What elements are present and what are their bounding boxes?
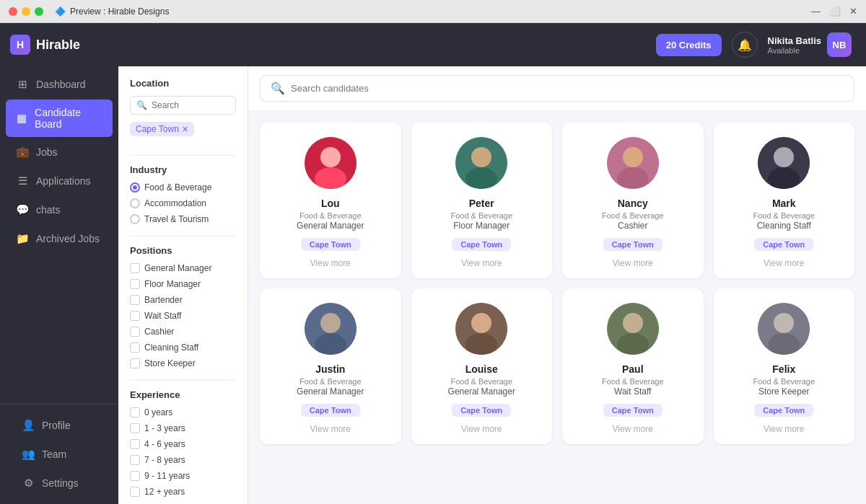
view-more-peter[interactable]: View more: [461, 258, 502, 268]
sidebar-item-profile[interactable]: 👤 Profile: [12, 412, 107, 439]
candidate-card-louise[interactable]: Louise Food & Beverage General Manager C…: [411, 288, 553, 444]
checkbox-1-3-years[interactable]: [130, 423, 140, 433]
industry-option-1[interactable]: Accommodation: [130, 198, 236, 208]
candidate-card-lou[interactable]: Lou Food & Beverage General Manager Cape…: [260, 123, 401, 278]
position-floor-manager[interactable]: Floor Manager: [130, 279, 236, 289]
sidebar-item-dashboard[interactable]: ⊞ Dashboard: [6, 71, 113, 98]
exp-12-plus-years[interactable]: 12 + years: [130, 487, 236, 497]
position-cleaning-staff[interactable]: Cleaning Staff: [130, 342, 236, 353]
candidate-name-mark: Mark: [772, 198, 796, 209]
candidate-card-felix[interactable]: Felix Food & Beverage Store Keeper Cape …: [714, 288, 855, 444]
candidate-industry-justin: Food & Beverage: [299, 377, 362, 386]
view-more-justin[interactable]: View more: [310, 424, 351, 434]
exp-7-8-years[interactable]: 7 - 8 years: [130, 455, 236, 465]
candidate-card-nancy[interactable]: Nancy Food & Beverage Cashier Cape Town …: [562, 123, 704, 278]
notifications-button[interactable]: 🔔: [732, 32, 758, 58]
close-icon[interactable]: ✕: [849, 6, 857, 17]
exp-4-6-years[interactable]: 4 - 6 years: [130, 439, 236, 449]
view-more-felix[interactable]: View more: [764, 424, 804, 434]
sidebar-item-applications[interactable]: ☰ Applications: [6, 167, 113, 195]
minimize-icon[interactable]: —: [811, 6, 821, 17]
view-more-louise[interactable]: View more: [461, 424, 502, 434]
window-action-controls[interactable]: — ⬜ ✕: [811, 6, 857, 17]
svg-point-10: [774, 147, 794, 167]
profile-icon: 👤: [22, 419, 35, 432]
checkbox-general-manager[interactable]: [130, 263, 140, 273]
maximize-button[interactable]: [35, 7, 43, 16]
radio-food-beverage[interactable]: [130, 182, 140, 193]
main-content: Location 🔍 Cape Town ✕ Industry Food & B…: [118, 66, 866, 504]
exp-label-4: 9 - 11 years: [144, 471, 190, 481]
radio-accommodation[interactable]: [130, 198, 140, 208]
view-more-lou[interactable]: View more: [310, 258, 351, 268]
position-store-keeper[interactable]: Store Keeper: [130, 358, 236, 368]
search-input[interactable]: [291, 83, 844, 94]
candidate-card-peter[interactable]: Peter Food & Beverage Floor Manager Cape…: [411, 123, 553, 278]
search-icon: 🔍: [271, 81, 285, 95]
team-icon: 👥: [22, 448, 35, 461]
location-search[interactable]: 🔍: [130, 96, 236, 115]
exp-9-11-years[interactable]: 9 - 11 years: [130, 471, 236, 481]
sidebar-item-archived-jobs[interactable]: 📁 Archived Jobs: [6, 225, 113, 252]
exp-0-years[interactable]: 0 years: [130, 407, 236, 417]
checkbox-0-years[interactable]: [130, 407, 140, 417]
position-general-manager[interactable]: General Manager: [130, 263, 236, 273]
position-bartender[interactable]: Bartender: [130, 295, 236, 305]
position-label-2: Bartender: [144, 295, 183, 305]
user-avatar[interactable]: NB: [827, 32, 852, 57]
industry-option-2[interactable]: Travel & Tourism: [130, 214, 236, 224]
checkbox-wait-staff[interactable]: [130, 311, 140, 321]
sidebar-item-team[interactable]: 👥 Team: [12, 441, 107, 468]
exp-label-5: 12 + years: [144, 487, 185, 497]
close-button[interactable]: [9, 7, 17, 16]
checkbox-12-plus[interactable]: [130, 487, 140, 497]
active-location-filter[interactable]: Cape Town ✕: [130, 122, 194, 136]
exp-1-3-years[interactable]: 1 - 3 years: [130, 423, 236, 433]
checkbox-store-keeper[interactable]: [130, 358, 140, 368]
sidebar-item-candidate-board[interactable]: ▦ Candidate Board: [6, 100, 113, 137]
sidebar-label-chats: chats: [36, 204, 60, 216]
credits-button[interactable]: 20 Credits: [656, 34, 722, 56]
checkbox-7-8-years[interactable]: [130, 455, 140, 465]
candidate-card-mark[interactable]: Mark Food & Beverage Cleaning Staff Cape…: [714, 123, 855, 278]
checkbox-floor-manager[interactable]: [130, 279, 140, 289]
sidebar-label-archived-jobs: Archived Jobs: [36, 233, 100, 244]
checkbox-cleaning-staff[interactable]: [130, 342, 140, 353]
candidate-industry-lou: Food & Beverage: [299, 211, 362, 220]
industry-label-2: Travel & Tourism: [144, 214, 209, 224]
jobs-icon: 💼: [16, 146, 29, 159]
candidate-location-lou: Cape Town: [301, 238, 360, 251]
candidate-card-paul[interactable]: Paul Food & Beverage Wait Staff Cape Tow…: [562, 288, 704, 444]
view-more-nancy[interactable]: View more: [613, 258, 653, 268]
sidebar-label-candidate-board: Candidate Board: [35, 107, 102, 130]
minimize-button[interactable]: [22, 7, 30, 16]
window-controls[interactable]: [9, 7, 43, 16]
industry-option-0[interactable]: Food & Beverage: [130, 182, 236, 193]
restore-icon[interactable]: ⬜: [829, 6, 841, 17]
view-more-mark[interactable]: View more: [764, 258, 804, 268]
view-more-paul[interactable]: View more: [613, 424, 653, 434]
checkbox-cashier[interactable]: [130, 327, 140, 337]
checkbox-9-11-years[interactable]: [130, 471, 140, 481]
candidate-role-lou: General Manager: [297, 221, 364, 231]
candidate-role-paul: Wait Staff: [614, 386, 651, 397]
candidate-name-paul: Paul: [622, 363, 644, 375]
remove-filter-button[interactable]: ✕: [182, 125, 188, 134]
location-search-input[interactable]: [152, 100, 229, 110]
radio-travel-tourism[interactable]: [130, 214, 140, 224]
sidebar-item-settings[interactable]: ⚙ Settings: [12, 469, 107, 497]
candidate-industry-nancy: Food & Beverage: [602, 211, 664, 220]
position-wait-staff[interactable]: Wait Staff: [130, 311, 236, 321]
candidate-avatar-paul: [607, 303, 659, 355]
sidebar-item-chats[interactable]: 💬 chats: [6, 196, 113, 224]
filter-tag-label: Cape Town: [136, 124, 179, 134]
candidate-avatar-peter: [455, 137, 507, 189]
candidate-card-justin[interactable]: Justin Food & Beverage General Manager C…: [260, 288, 401, 444]
position-label-6: Store Keeper: [144, 358, 196, 368]
svg-point-4: [471, 147, 491, 167]
position-cashier[interactable]: Cashier: [130, 327, 236, 337]
sidebar-item-jobs[interactable]: 💼 Jobs: [6, 138, 113, 166]
checkbox-bartender[interactable]: [130, 295, 140, 305]
checkbox-4-6-years[interactable]: [130, 439, 140, 449]
exp-label-0: 0 years: [144, 407, 172, 417]
